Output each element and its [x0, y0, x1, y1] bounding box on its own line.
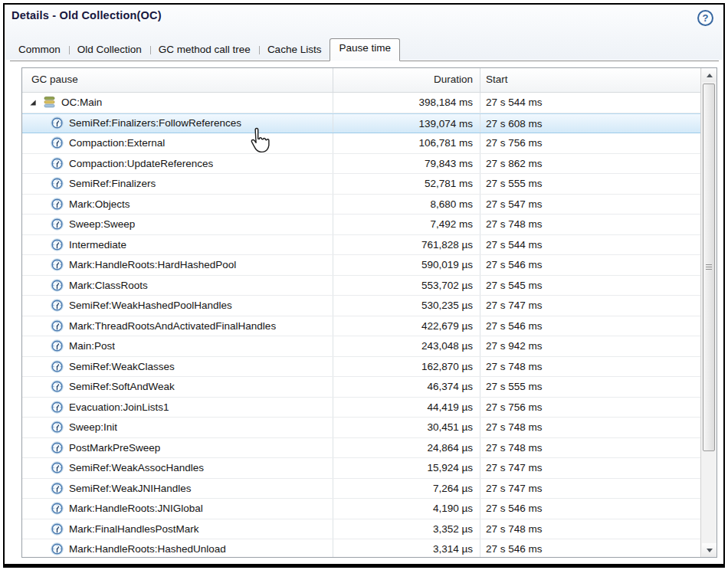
gc-pause-label: SemiRef:WeakJNIHandles: [69, 479, 192, 498]
table-row[interactable]: Evacuation:JoinLists1 44,419 µs 27 s 756…: [22, 398, 700, 418]
clock-icon: [51, 258, 64, 271]
table-row[interactable]: SemiRef:WeakHashedPoolHandles 530,235 µs…: [22, 296, 700, 316]
table-row[interactable]: SemiRef:WeakJNIHandles 7,264 µs 27 s 747…: [22, 479, 700, 500]
gc-pause-label: Mark:Objects: [69, 195, 130, 214]
gc-pause-label: SemiRef:WeakHashedPoolHandles: [69, 296, 232, 315]
help-icon[interactable]: ?: [697, 10, 713, 26]
tab-pause-time[interactable]: Pause time: [330, 38, 400, 61]
tab-cache-lists[interactable]: Cache Lists: [259, 41, 330, 61]
clock-icon: [51, 339, 64, 352]
clock-icon: [51, 482, 64, 495]
scroll-down-button[interactable]: [702, 543, 717, 557]
start-cell: 27 s 748 ms: [480, 357, 700, 377]
start-cell: 27 s 555 ms: [480, 174, 700, 194]
table-row[interactable]: Mark:HandleRoots:HashedUnload 3,314 µs 2…: [22, 539, 700, 557]
table-row[interactable]: SemiRef:SoftAndWeak 46,374 µs 27 s 555 m…: [22, 377, 700, 398]
start-cell: 27 s 748 ms: [480, 519, 700, 539]
duration-cell: 162,870 µs: [333, 357, 480, 377]
table-row[interactable]: Mark:HandleRoots:HardHashedPool 590,019 …: [22, 255, 700, 276]
duration-cell: 3,314 µs: [333, 539, 480, 557]
start-cell: 27 s 555 ms: [480, 377, 700, 397]
table-row[interactable]: Sweep:Sweep 7,492 ms 27 s 748 ms: [22, 215, 700, 235]
gc-pause-label: SemiRef:SoftAndWeak: [69, 377, 175, 396]
clock-icon: [51, 238, 64, 251]
duration-cell: 7,492 ms: [333, 215, 480, 234]
arrow-down-icon: [707, 549, 713, 552]
start-cell: 27 s 747 ms: [480, 296, 700, 316]
gc-pause-label: Mark:HandleRoots:HashedUnload: [69, 539, 226, 557]
table-row[interactable]: Compaction:UpdateReferences 79,843 ms 27…: [22, 154, 700, 175]
gc-pause-label: Sweep:Init: [69, 418, 117, 437]
details-panel: Details - Old Collection(OC) ? Common Ol…: [3, 3, 725, 568]
duration-cell: 79,843 ms: [333, 154, 480, 174]
gc-pause-label: Compaction:External: [69, 133, 165, 152]
clock-icon: [51, 218, 64, 231]
clock-icon: [51, 380, 64, 393]
table-rows: OC:Main 398,184 ms 27 s 544 ms SemiRef:F…: [22, 93, 700, 557]
table-header: GC pause Duration Start: [22, 68, 700, 93]
table-row[interactable]: Mark:Objects 8,680 ms 27 s 547 ms: [22, 195, 700, 215]
start-cell: 27 s 756 ms: [480, 398, 700, 418]
gc-pause-label: PostMarkPreSweep: [69, 438, 160, 457]
table-row[interactable]: Mark:ThreadRootsAndActivatedFinalHandles…: [22, 316, 700, 337]
gc-pause-label: Mark:HandleRoots:HardHashedPool: [69, 255, 236, 274]
column-header-start[interactable]: Start: [480, 68, 700, 92]
scrollbar-thumb[interactable]: [703, 84, 715, 451]
clock-icon: [51, 461, 64, 474]
duration-cell: 7,264 µs: [333, 479, 480, 499]
gc-pause-label: SemiRef:WeakClasses: [69, 357, 175, 376]
table-row[interactable]: Mark:HandleRoots:JNIGlobal 4,190 µs 27 s…: [22, 499, 700, 519]
duration-cell: 422,679 µs: [333, 316, 480, 336]
scrollbar-grip-icon: [706, 264, 712, 270]
table-row[interactable]: Compaction:External 106,781 ms 27 s 756 …: [22, 133, 700, 154]
clock-icon: [51, 522, 64, 536]
tree-expander-icon[interactable]: [29, 99, 37, 106]
gc-pause-label: Compaction:UpdateReferences: [69, 154, 213, 173]
clock-icon: [51, 157, 64, 170]
duration-cell: 15,924 µs: [333, 458, 480, 478]
gc-pause-label: Mark:HandleRoots:JNIGlobal: [69, 499, 203, 518]
table-row[interactable]: PostMarkPreSweep 24,864 µs 27 s 748 ms: [22, 438, 700, 459]
clock-icon: [51, 279, 64, 292]
clock-icon: [51, 319, 64, 332]
tab-bar: Common Old Collection GC method call tre…: [10, 36, 719, 61]
duration-cell: 106,781 ms: [333, 133, 480, 153]
table-row[interactable]: Mark:FinalHandlesPostMark 3,352 µs 27 s …: [22, 519, 700, 540]
duration-cell: 590,019 µs: [333, 255, 480, 275]
start-cell: 27 s 608 ms: [480, 114, 700, 133]
table-row[interactable]: Main:Post 243,048 µs 27 s 942 ms: [22, 336, 700, 357]
gc-pause-label: Mark:FinalHandlesPostMark: [69, 519, 199, 539]
table-row[interactable]: SemiRef:Finalizers:FollowReferences 139,…: [22, 113, 700, 134]
gc-pause-label: Sweep:Sweep: [69, 215, 135, 234]
table-row[interactable]: SemiRef:WeakClasses 162,870 µs 27 s 748 …: [22, 357, 700, 378]
start-cell: 27 s 747 ms: [480, 458, 700, 478]
tab-old-collection[interactable]: Old Collection: [69, 41, 150, 61]
clock-icon: [51, 421, 64, 434]
start-cell: 27 s 748 ms: [480, 215, 700, 234]
table-row[interactable]: Sweep:Init 30,451 µs 27 s 748 ms: [22, 418, 700, 438]
table-row[interactable]: Mark:ClassRoots 553,702 µs 27 s 545 ms: [22, 276, 700, 296]
vertical-scrollbar[interactable]: [700, 68, 717, 557]
column-header-gc-pause[interactable]: GC pause: [22, 68, 333, 92]
clock-icon: [51, 116, 64, 129]
gc-pause-label: Mark:ThreadRootsAndActivatedFinalHandles: [69, 316, 276, 336]
tab-gc-method-call-tree[interactable]: GC method call tree: [150, 41, 259, 61]
duration-cell: 3,352 µs: [333, 519, 480, 539]
tab-common[interactable]: Common: [10, 41, 69, 61]
clock-icon: [51, 401, 64, 414]
column-header-duration[interactable]: Duration: [333, 68, 480, 92]
start-cell: 27 s 747 ms: [480, 479, 700, 499]
table-row[interactable]: SemiRef:WeakAssocHandles 15,924 µs 27 s …: [22, 458, 700, 479]
start-cell: 27 s 544 ms: [480, 93, 700, 113]
start-cell: 27 s 546 ms: [480, 255, 700, 275]
duration-cell: 398,184 ms: [333, 93, 480, 113]
duration-cell: 139,074 ms: [333, 114, 480, 133]
table-row[interactable]: Intermediate 761,828 µs 27 s 544 ms: [22, 235, 700, 256]
clock-icon: [51, 360, 64, 373]
clock-icon: [51, 299, 64, 312]
panel-title: Details - Old Collection(OC): [11, 9, 162, 21]
table-row[interactable]: SemiRef:Finalizers 52,781 ms 27 s 555 ms: [22, 174, 700, 195]
scroll-up-button[interactable]: [702, 68, 717, 82]
table-row[interactable]: OC:Main 398,184 ms 27 s 544 ms: [22, 93, 700, 113]
duration-cell: 52,781 ms: [333, 174, 480, 194]
